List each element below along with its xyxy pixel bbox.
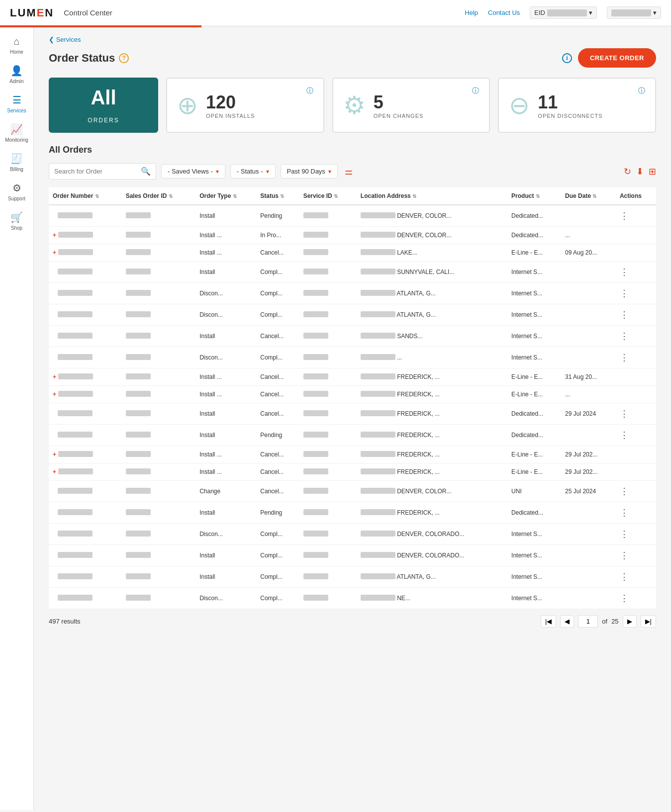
cell-order-type: Install [195, 403, 256, 425]
help-link[interactable]: Help [465, 9, 478, 16]
disconnects-label: OPEN DISCONNECTS [538, 113, 630, 119]
order-number-value [58, 432, 93, 438]
expand-icon[interactable]: + [53, 391, 56, 398]
columns-icon[interactable]: ⊞ [649, 166, 656, 177]
services-icon: ☰ [12, 94, 21, 106]
cell-order-number [49, 403, 122, 425]
row-actions-menu[interactable]: ⋮ [620, 288, 629, 298]
expand-icon[interactable]: + [53, 468, 56, 475]
col-product[interactable]: Product ⇅ [507, 187, 561, 205]
location-blurred [361, 468, 395, 474]
sidebar-item-home[interactable]: ⌂ Home [0, 31, 33, 60]
page-of-label: of [602, 618, 607, 625]
all-orders-label: ORDERS [88, 117, 119, 124]
user-dropdown[interactable]: ▾ [607, 6, 661, 19]
eid-dropdown[interactable]: EID ▾ [530, 6, 597, 19]
cell-location: ATLANTA, G... [357, 283, 507, 304]
cell-product: E-Line - E... [507, 386, 561, 403]
cell-location: FREDERICK, ... [357, 502, 507, 524]
support-icon: ⚙ [12, 182, 21, 194]
row-actions-menu[interactable]: ⋮ [620, 550, 629, 560]
row-actions-menu[interactable]: ⋮ [620, 572, 629, 582]
table-row: Install Compl... DENVER, COLORADO... Int… [49, 545, 656, 566]
first-page-button[interactable]: |◀ [541, 615, 556, 628]
breadcrumb[interactable]: Services [49, 36, 656, 43]
cell-service-id [299, 463, 357, 481]
page-number-input[interactable] [578, 615, 598, 628]
installs-info-icon[interactable]: ⓘ [306, 87, 313, 95]
cell-sales-order-id [122, 227, 196, 244]
last-page-button[interactable]: ▶| [641, 615, 656, 628]
prev-page-button[interactable]: ◀ [560, 615, 574, 628]
cell-due-date: 29 Jul 2024 [561, 403, 616, 425]
secondary-info-icon[interactable]: i [562, 53, 572, 63]
stat-card-installs[interactable]: ⊕ 120 OPEN INSTALLS ⓘ [166, 78, 324, 133]
order-number-value [58, 212, 93, 218]
row-actions-menu[interactable]: ⋮ [620, 353, 629, 362]
cell-status: Cancel... [256, 326, 299, 347]
stat-card-disconnects[interactable]: ⊖ 11 OPEN DISCONNECTS ⓘ [498, 78, 656, 133]
page-info-icon[interactable]: ? [119, 53, 129, 63]
cell-sales-order-id [122, 463, 196, 481]
table-body: Install Pending DENVER, COLOR... Dedicat… [49, 205, 656, 609]
cell-order-type: Install [195, 545, 256, 566]
sidebar-item-support[interactable]: ⚙ Support [0, 177, 33, 206]
saved-views-dropdown[interactable]: - Saved Views - ▾ [161, 164, 225, 179]
row-actions-menu[interactable]: ⋮ [620, 508, 629, 518]
advanced-filter-icon[interactable]: ⚌ [345, 166, 353, 177]
date-range-dropdown[interactable]: Past 90 Days ▾ [281, 164, 338, 179]
expand-icon[interactable]: + [53, 373, 56, 380]
cell-order-number: + [49, 446, 122, 463]
row-actions-menu[interactable]: ⋮ [620, 267, 629, 277]
search-input[interactable] [54, 168, 138, 175]
disconnects-info-icon[interactable]: ⓘ [638, 87, 645, 95]
table-row: Install Cancel... SANDS... Internet S...… [49, 326, 656, 347]
next-page-button[interactable]: ▶ [623, 615, 637, 628]
status-dropdown[interactable]: - Status - ▾ [230, 164, 276, 179]
cell-order-type: Change [195, 481, 256, 502]
expand-icon[interactable]: + [53, 232, 56, 239]
cell-status: Compl... [256, 262, 299, 283]
cell-location: SANDS... [357, 326, 507, 347]
col-order-type[interactable]: Order Type ⇅ [195, 187, 256, 205]
cell-status: Cancel... [256, 386, 299, 403]
create-order-button[interactable]: CREATE ORDER [578, 48, 656, 68]
sidebar-item-admin[interactable]: 👤 Admin [0, 60, 33, 89]
cell-order-number [49, 347, 122, 368]
download-icon[interactable]: ⬇ [636, 166, 644, 177]
col-service-id[interactable]: Service ID ⇅ [299, 187, 357, 205]
sidebar-item-services[interactable]: ☰ Services [0, 89, 33, 118]
row-actions-menu[interactable]: ⋮ [620, 211, 629, 221]
sidebar-item-billing[interactable]: 🧾 Billing [0, 148, 33, 177]
stat-card-changes[interactable]: ⚙ 5 OPEN CHANGES ⓘ [332, 78, 490, 133]
cell-sales-order-id [122, 304, 196, 326]
search-icon[interactable]: 🔍 [141, 167, 151, 176]
expand-icon[interactable]: + [53, 451, 56, 458]
service-id-value [303, 311, 328, 317]
row-actions-menu[interactable]: ⋮ [620, 331, 629, 341]
cell-order-type: Install ... [195, 244, 256, 262]
cell-due-date [561, 524, 616, 545]
col-location[interactable]: Location Address ⇅ [357, 187, 507, 205]
stat-card-all[interactable]: All ORDERS [49, 78, 158, 133]
col-order-number[interactable]: Order Number ⇅ [49, 187, 122, 205]
changes-info-icon[interactable]: ⓘ [472, 87, 479, 95]
contact-us-link[interactable]: Contact Us [488, 9, 520, 16]
row-actions-menu[interactable]: ⋮ [620, 430, 629, 440]
sidebar-item-shop[interactable]: 🛒 Shop [0, 206, 33, 236]
cell-due-date [561, 283, 616, 304]
row-actions-menu[interactable]: ⋮ [620, 409, 629, 419]
row-actions-menu[interactable]: ⋮ [620, 486, 629, 496]
col-sales-order-id[interactable]: Sales Order ID ⇅ [122, 187, 196, 205]
cell-due-date [561, 545, 616, 566]
col-status[interactable]: Status ⇅ [256, 187, 299, 205]
cell-product: Internet S... [507, 304, 561, 326]
row-actions-menu[interactable]: ⋮ [620, 529, 629, 539]
row-actions-menu[interactable]: ⋮ [620, 593, 629, 603]
expand-icon[interactable]: + [53, 249, 56, 256]
top-navigation: LUMEN Control Center Help Contact Us EID… [0, 0, 671, 26]
sidebar-item-monitoring[interactable]: 📈 Monitoring [0, 118, 33, 148]
col-due-date[interactable]: Due Date ⇅ [561, 187, 616, 205]
row-actions-menu[interactable]: ⋮ [620, 310, 629, 320]
refresh-icon[interactable]: ↻ [624, 166, 631, 177]
